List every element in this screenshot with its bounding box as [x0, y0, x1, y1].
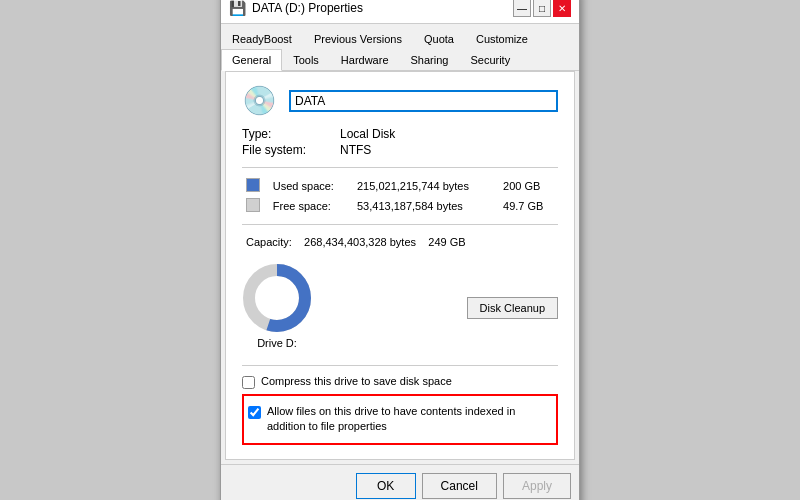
drive-header: 💿: [242, 84, 558, 117]
divider-1: [242, 167, 558, 168]
capacity-bytes: 268,434,403,328 bytes: [304, 236, 416, 248]
free-color-box-cell: [242, 196, 269, 216]
used-label: Used space:: [269, 176, 353, 196]
footer: OK Cancel Apply: [221, 464, 579, 500]
tab-hardware[interactable]: Hardware: [330, 49, 400, 71]
disk-visual: Drive D:: [242, 263, 312, 349]
minimize-button[interactable]: —: [513, 0, 531, 17]
window-icon: 💾: [229, 0, 246, 16]
cancel-button[interactable]: Cancel: [422, 473, 497, 499]
tab-previous-versions[interactable]: Previous Versions: [303, 28, 413, 50]
divider-2: [242, 224, 558, 225]
apply-button[interactable]: Apply: [503, 473, 571, 499]
capacity-row: Capacity: 268,434,403,328 bytes 249 GB: [242, 233, 558, 251]
tab-general[interactable]: General: [221, 49, 282, 71]
title-bar-controls: — □ ✕: [513, 0, 571, 17]
info-grid: Type: Local Disk File system: NTFS: [242, 127, 558, 157]
used-bytes: 215,021,215,744 bytes: [353, 176, 499, 196]
tab-security[interactable]: Security: [459, 49, 521, 71]
free-gb: 49.7 GB: [499, 196, 558, 216]
free-bytes: 53,413,187,584 bytes: [353, 196, 499, 216]
type-label: Type:: [242, 127, 332, 141]
fs-value: NTFS: [340, 143, 558, 157]
fs-label: File system:: [242, 143, 332, 157]
tabs-row: ReadyBoost Previous Versions Quota Custo…: [221, 24, 579, 71]
donut-svg: [242, 263, 312, 333]
visual-row: Drive D: Disk Cleanup: [242, 259, 558, 357]
tab-customize[interactable]: Customize: [465, 28, 539, 50]
content-area: 💿 Type: Local Disk File system: NTFS Use…: [225, 71, 575, 459]
drive-name-input[interactable]: [289, 90, 558, 112]
close-button[interactable]: ✕: [553, 0, 571, 17]
free-color-box: [246, 198, 260, 212]
window-title: DATA (D:) Properties: [252, 1, 363, 15]
capacity-label: Capacity:: [246, 236, 292, 248]
used-color-box: [246, 178, 260, 192]
compress-checkbox-row: Compress this drive to save disk space: [242, 374, 558, 389]
maximize-button[interactable]: □: [533, 0, 551, 17]
properties-window: 💾 DATA (D:) Properties — □ ✕ ReadyBoost …: [220, 0, 580, 500]
index-checkbox-row: Allow files on this drive to have conten…: [248, 404, 552, 435]
donut-chart: [242, 263, 312, 333]
compress-checkbox[interactable]: [242, 376, 255, 389]
type-value: Local Disk: [340, 127, 558, 141]
space-table: Used space: 215,021,215,744 bytes 200 GB…: [242, 176, 558, 216]
used-space-row: Used space: 215,021,215,744 bytes 200 GB: [242, 176, 558, 196]
drive-letter-label: Drive D:: [257, 337, 297, 349]
free-label: Free space:: [269, 196, 353, 216]
capacity-gb: 249 GB: [428, 236, 465, 248]
tab-readyboost[interactable]: ReadyBoost: [221, 28, 303, 50]
disk-cleanup-button[interactable]: Disk Cleanup: [467, 297, 558, 319]
tab-sharing[interactable]: Sharing: [400, 49, 460, 71]
ok-button[interactable]: OK: [356, 473, 416, 499]
index-highlight-box: Allow files on this drive to have conten…: [242, 394, 558, 445]
title-bar: 💾 DATA (D:) Properties — □ ✕: [221, 0, 579, 24]
used-color-box-cell: [242, 176, 269, 196]
tab-tools[interactable]: Tools: [282, 49, 330, 71]
title-bar-left: 💾 DATA (D:) Properties: [229, 0, 363, 16]
free-space-row: Free space: 53,413,187,584 bytes 49.7 GB: [242, 196, 558, 216]
compress-label[interactable]: Compress this drive to save disk space: [261, 374, 452, 389]
index-label[interactable]: Allow files on this drive to have conten…: [267, 404, 552, 435]
tab-quota[interactable]: Quota: [413, 28, 465, 50]
divider-3: [242, 365, 558, 366]
used-gb: 200 GB: [499, 176, 558, 196]
index-checkbox[interactable]: [248, 406, 261, 419]
drive-icon: 💿: [242, 84, 277, 117]
